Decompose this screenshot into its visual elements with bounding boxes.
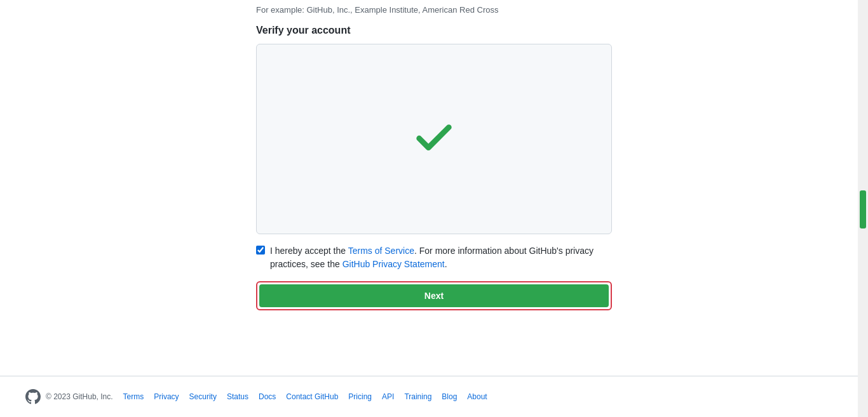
footer-link-docs[interactable]: Docs: [259, 392, 276, 401]
scrollbar[interactable]: [858, 0, 868, 417]
footer-link-terms[interactable]: Terms: [123, 392, 144, 401]
page-wrapper: For example: GitHub, Inc., Example Insti…: [0, 0, 868, 417]
footer-link-training[interactable]: Training: [404, 392, 431, 401]
terms-text-after: .: [445, 259, 447, 269]
terms-checkbox[interactable]: [256, 246, 265, 255]
footer: © 2023 GitHub, Inc. Terms Privacy Securi…: [0, 376, 868, 417]
verify-box: [256, 44, 612, 234]
github-logo: [25, 389, 41, 404]
terms-text: I hereby accept the Terms of Service. Fo…: [270, 244, 612, 271]
main-content: For example: GitHub, Inc., Example Insti…: [0, 0, 868, 376]
terms-row: I hereby accept the Terms of Service. Fo…: [256, 244, 612, 271]
footer-link-status[interactable]: Status: [227, 392, 248, 401]
footer-copyright: © 2023 GitHub, Inc.: [46, 392, 113, 401]
scrollbar-thumb[interactable]: [860, 190, 866, 228]
top-hint: For example: GitHub, Inc., Example Insti…: [256, 0, 612, 15]
footer-link-contact[interactable]: Contact GitHub: [286, 392, 338, 401]
footer-link-about[interactable]: About: [467, 392, 487, 401]
terms-of-service-link[interactable]: Terms of Service: [348, 246, 414, 256]
footer-link-blog[interactable]: Blog: [442, 392, 457, 401]
footer-link-pricing[interactable]: Pricing: [348, 392, 372, 401]
footer-links: Terms Privacy Security Status Docs Conta…: [123, 392, 487, 401]
footer-link-privacy[interactable]: Privacy: [154, 392, 179, 401]
next-button[interactable]: Next: [259, 284, 609, 307]
section-title: Verify your account: [256, 25, 612, 36]
next-button-wrapper: Next: [256, 281, 612, 310]
footer-link-api[interactable]: API: [382, 392, 394, 401]
checkmark-icon: [412, 116, 456, 162]
terms-text-before: I hereby accept the: [270, 246, 348, 256]
next-button-outline: Next: [256, 281, 612, 310]
footer-link-security[interactable]: Security: [189, 392, 217, 401]
top-hint-text: For example: GitHub, Inc., Example Insti…: [256, 5, 498, 15]
section-title-text: Verify your account: [256, 25, 351, 36]
privacy-statement-link[interactable]: GitHub Privacy Statement: [342, 259, 445, 269]
